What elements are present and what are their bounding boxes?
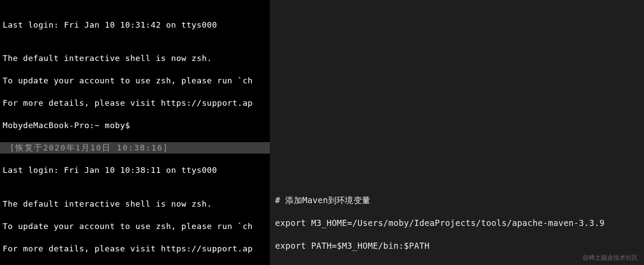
terminal-line: The default interactive shell is now zsh… <box>3 53 267 64</box>
editor-pane[interactable]: # 添加Maven到环境变量 export M3_HOME=/Users/mob… <box>270 0 644 265</box>
split-view: Last login: Fri Jan 10 10:31:42 on ttys0… <box>0 0 644 265</box>
terminal-line: For more details, please visit https://s… <box>3 97 267 109</box>
terminal-prompt: MobydeMacBook-Pro:~ moby$ <box>3 120 267 131</box>
terminal-line: For more details, please visit https://s… <box>3 243 267 254</box>
terminal-line: Last login: Fri Jan 10 10:31:42 on ttys0… <box>3 19 267 31</box>
terminal-line: Last login: Fri Jan 10 10:38:11 on ttys0… <box>3 165 267 176</box>
editor-line-comment: # 添加Maven到环境变量 <box>275 194 605 206</box>
terminal-line: The default interactive shell is now zsh… <box>3 198 267 210</box>
editor-line: export M3_HOME=/Users/moby/IdeaProjects/… <box>275 217 605 229</box>
terminal-line: To update your account to use zsh, pleas… <box>3 75 267 86</box>
editor-content[interactable]: # 添加Maven到环境变量 export M3_HOME=/Users/mob… <box>275 183 605 265</box>
terminal-line: To update your account to use zsh, pleas… <box>3 221 267 232</box>
restore-banner: [恢复于2020年1月10日 10:38:16] <box>0 142 270 154</box>
watermark-text: @稀土掘金技术社区 <box>583 252 638 263</box>
terminal-pane[interactable]: Last login: Fri Jan 10 10:31:42 on ttys0… <box>0 0 270 265</box>
editor-line: export PATH=$M3_HOME/bin:$PATH <box>275 240 605 251</box>
